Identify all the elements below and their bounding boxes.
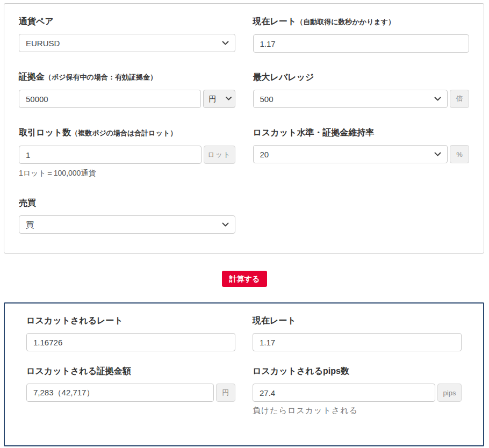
result-current-rate-field: 現在レート: [253, 315, 462, 351]
calculate-button-row: 計算する: [0, 271, 489, 287]
losscut-margin-label: ロスカットされる証拠金額: [26, 366, 235, 377]
form-left-column: 通貨ペア EURUSD 証拠金（ポジ保有中の場合：有効証拠金）: [19, 16, 235, 253]
margin-label-note: （ポジ保有中の場合：有効証拠金）: [45, 73, 157, 81]
current-rate-input[interactable]: [253, 34, 470, 53]
lots-input[interactable]: [19, 146, 202, 164]
form-right-column: 現在レート（自動取得に数秒かかります） 最大レバレッジ 500 倍: [253, 16, 470, 253]
max-leverage-unit-addon: 倍: [450, 90, 469, 108]
currency-pair-label: 通貨ペア: [19, 16, 235, 27]
lots-field: 取引ロット数（複数ポジの場合は合計ロット） ロット 1ロット＝100,000通貨: [19, 127, 235, 178]
losscut-level-select[interactable]: 20: [253, 145, 448, 163]
losscut-level-unit-addon: %: [450, 145, 469, 163]
current-rate-field: 現在レート（自動取得に数秒かかります）: [253, 16, 470, 53]
lots-unit-addon: ロット: [204, 146, 235, 164]
losscut-pips-field: ロスカットされるpips数 pips 負けたらロスカットされる: [253, 366, 462, 416]
losscut-pips-label: ロスカットされるpips数: [253, 366, 462, 377]
currency-pair-select[interactable]: EURUSD: [19, 34, 235, 52]
margin-unit-select[interactable]: 円: [203, 90, 235, 108]
losscut-margin-unit-addon: 円: [216, 384, 235, 402]
lots-label: 取引ロット数（複数ポジの場合は合計ロット）: [19, 127, 235, 139]
losscut-margin-input[interactable]: [26, 384, 214, 402]
side-select[interactable]: 買: [19, 215, 235, 234]
losscut-pips-input[interactable]: [253, 384, 435, 402]
losscut-level-label: ロスカット水準・証拠金維持率: [253, 127, 470, 138]
lots-helper-text: 1ロット＝100,000通貨: [19, 169, 235, 178]
losscut-pips-unit-addon: pips: [437, 384, 462, 402]
side-label: 売買: [19, 198, 235, 208]
losscut-rate-input[interactable]: [26, 333, 235, 351]
calculator-form-card: 通貨ペア EURUSD 証拠金（ポジ保有中の場合：有効証拠金）: [4, 3, 484, 254]
max-leverage-label: 最大レバレッジ: [253, 72, 470, 83]
losscut-rate-label: ロスカットされるレート: [26, 315, 235, 326]
currency-pair-field: 通貨ペア EURUSD: [19, 16, 235, 52]
lots-label-note: （複数ポジの場合は合計ロット）: [71, 129, 177, 137]
max-leverage-select[interactable]: 500: [253, 90, 448, 108]
result-current-rate-input[interactable]: [253, 333, 462, 351]
losscut-margin-field: ロスカットされる証拠金額 円: [26, 366, 235, 402]
side-field: 売買 買: [19, 198, 235, 234]
max-leverage-field: 最大レバレッジ 500 倍: [253, 72, 470, 108]
losscut-level-field: ロスカット水準・証拠金維持率 20 %: [253, 127, 470, 163]
result-right-column: 現在レート ロスカットされるpips数 pips 負けたらロスカットされる: [253, 315, 462, 430]
current-rate-label-note: （自動取得に数秒かかります）: [296, 18, 395, 26]
calculate-button[interactable]: 計算する: [222, 271, 268, 287]
margin-field: 証拠金（ポジ保有中の場合：有効証拠金） 円: [19, 71, 235, 108]
margin-label: 証拠金（ポジ保有中の場合：有効証拠金）: [19, 71, 235, 83]
result-current-rate-label: 現在レート: [253, 315, 462, 326]
margin-input[interactable]: [19, 90, 201, 108]
current-rate-label: 現在レート（自動取得に数秒かかります）: [253, 16, 470, 27]
losscut-rate-field: ロスカットされるレート: [26, 315, 235, 351]
result-card: ロスカットされるレート ロスカットされる証拠金額 円 現在レート: [4, 302, 484, 446]
result-left-column: ロスカットされるレート ロスカットされる証拠金額 円: [26, 315, 235, 430]
losscut-pips-helper-text: 負けたらロスカットされる: [253, 406, 462, 416]
